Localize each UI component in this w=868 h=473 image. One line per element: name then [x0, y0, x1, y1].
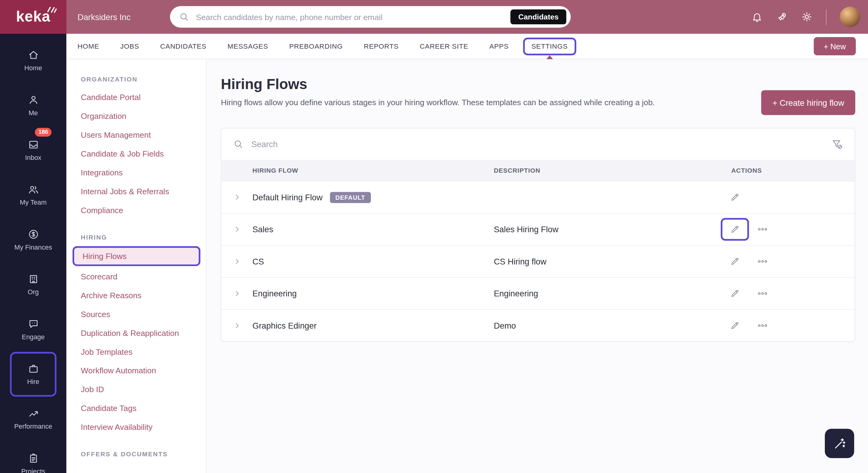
column-header-hiring-flow: HIRING FLOW	[252, 167, 494, 174]
sidebar-item-hire[interactable]: Hire	[0, 352, 66, 397]
settings-menu-item-integrations[interactable]: Integrations	[81, 163, 206, 182]
tab-label: SETTINGS	[531, 42, 568, 50]
tab-reports[interactable]: REPORTS	[353, 33, 409, 59]
sidebar-item-engage[interactable]: Engage	[0, 307, 66, 352]
tab-settings[interactable]: SETTINGS	[523, 37, 576, 55]
tab-label: MESSAGES	[227, 42, 268, 50]
keka-logo[interactable]: keka	[0, 0, 66, 34]
tab-jobs[interactable]: JOBS	[110, 33, 150, 59]
logo-text: keka	[16, 8, 51, 25]
settings-menu-item-internal-jobs-and-referrals[interactable]: Internal Jobs & Referrals	[81, 182, 206, 201]
settings-gear-icon[interactable]	[801, 11, 813, 23]
notifications-bell-icon[interactable]	[751, 11, 763, 23]
hiring-flow-name: CS	[252, 257, 264, 266]
sidebar-item-projects[interactable]: Projects	[0, 441, 66, 473]
sidebar-item-me[interactable]: Me	[0, 83, 66, 128]
edit-pencil-icon[interactable]	[721, 282, 749, 305]
sidebar-item-inbox[interactable]: 186 Inbox	[0, 128, 66, 172]
menu-section-organization: ORGANIZATION Candidate Portal Organizati…	[81, 76, 206, 219]
hiring-flow-name: Sales	[252, 225, 273, 234]
settings-menu-item-job-id[interactable]: Job ID	[81, 380, 206, 399]
settings-menu-item-organization[interactable]: Organization	[81, 107, 206, 126]
tab-preboarding[interactable]: PREBOARDING	[279, 33, 353, 59]
edit-pencil-icon[interactable]	[721, 314, 749, 337]
expand-chevron-icon[interactable]	[233, 257, 241, 265]
module-navbar: HOME JOBS CANDIDATES MESSAGES PREBOARDIN…	[66, 34, 868, 59]
settings-menu-item-sources[interactable]: Sources	[81, 305, 206, 324]
expand-chevron-icon[interactable]	[233, 289, 241, 297]
table-row: Engineering Engineering	[221, 277, 855, 310]
settings-menu-item-scorecard[interactable]: Scorecard	[81, 267, 206, 286]
menu-section-offers-and-documents: OFFERS & DOCUMENTS	[81, 451, 206, 458]
search-icon	[179, 11, 189, 22]
settings-menu-item-interview-availability[interactable]: Interview Availability	[81, 418, 206, 437]
sidebar-item-label: My Finances	[14, 244, 52, 251]
settings-menu-item-duplication-and-reapplication[interactable]: Duplication & Reapplication	[81, 324, 206, 343]
main-content: Hiring Flows Hiring flows allow you defi…	[207, 59, 868, 473]
new-button[interactable]: + New	[813, 37, 856, 55]
sidebar-item-org[interactable]: Org	[0, 262, 66, 307]
settings-menu-item-candidate-and-job-fields[interactable]: Candidate & Job Fields	[81, 145, 206, 163]
page-subtitle: Hiring flows allow you define various st…	[221, 98, 855, 107]
expand-chevron-icon[interactable]	[233, 193, 241, 201]
settings-menu-item-hiring-flows[interactable]: Hiring Flows	[73, 246, 201, 266]
more-actions-icon[interactable]	[757, 320, 768, 332]
column-header-actions: ACTIONS	[716, 167, 855, 174]
logo-spark-icon	[46, 5, 58, 13]
whats-new-rocket-icon[interactable]	[776, 11, 788, 23]
sidebar-item-label: Performance	[14, 422, 52, 430]
settings-menu-item-workflow-automation[interactable]: Workflow Automation	[81, 361, 206, 380]
tab-apps[interactable]: APPS	[479, 33, 519, 59]
hiring-flow-description: Demo	[494, 321, 716, 330]
sidebar-item-my-finances[interactable]: My Finances	[0, 217, 66, 262]
expand-chevron-icon[interactable]	[233, 321, 241, 329]
tab-label: JOBS	[120, 42, 139, 50]
team-icon	[27, 184, 39, 195]
settings-menu-item-candidate-portal[interactable]: Candidate Portal	[81, 88, 206, 107]
page-title: Hiring Flows	[221, 76, 855, 93]
sidebar-item-my-team[interactable]: My Team	[0, 173, 66, 217]
more-actions-icon[interactable]	[757, 288, 768, 299]
settings-menu-item-archive-reasons[interactable]: Archive Reasons	[81, 286, 206, 305]
hiring-flow-description: Sales Hiring Flow	[494, 225, 716, 234]
search-scope-pill[interactable]: Candidates	[510, 9, 566, 24]
tab-career-site[interactable]: CAREER SITE	[409, 33, 479, 59]
global-search[interactable]: Candidates	[170, 6, 571, 28]
default-badge: DEFAULT	[330, 192, 371, 203]
search-icon	[233, 139, 244, 150]
hiring-flow-description: Engineering	[494, 289, 716, 298]
tab-candidates[interactable]: CANDIDATES	[150, 33, 217, 59]
edit-pencil-icon[interactable]	[721, 186, 749, 209]
user-avatar[interactable]	[840, 7, 860, 27]
tab-messages[interactable]: MESSAGES	[217, 33, 279, 59]
tab-home[interactable]: HOME	[67, 33, 110, 59]
tab-label: APPS	[489, 42, 509, 50]
settings-menu-item-job-templates[interactable]: Job Templates	[81, 343, 206, 361]
flows-search-input[interactable]	[250, 139, 824, 150]
edit-pencil-icon[interactable]	[721, 218, 749, 241]
column-header-description: DESCRIPTION	[494, 167, 716, 174]
table-body: Default Hiring Flow DEFAULT Sales Sales …	[221, 181, 855, 341]
global-search-input[interactable]	[195, 12, 505, 22]
trend-icon	[27, 408, 39, 419]
tab-label: HOME	[78, 42, 99, 50]
user-icon	[27, 94, 39, 105]
more-actions-icon[interactable]	[757, 256, 768, 267]
table-row: Graphics Edinger Demo	[221, 309, 855, 341]
sidebar-item-label: Projects	[21, 468, 45, 473]
table-search-row	[221, 128, 855, 160]
inbox-icon	[27, 139, 39, 151]
expand-chevron-icon[interactable]	[233, 225, 241, 233]
ai-assistant-button[interactable]	[825, 429, 854, 458]
settings-menu-item-users-management[interactable]: Users Management	[81, 126, 206, 145]
edit-pencil-icon[interactable]	[721, 250, 749, 273]
nav-tabs: HOME JOBS CANDIDATES MESSAGES PREBOARDIN…	[67, 33, 580, 59]
sidebar-item-home[interactable]: Home	[0, 38, 66, 83]
more-actions-icon[interactable]	[757, 223, 768, 235]
clipboard-icon	[27, 453, 39, 464]
settings-menu-item-candidate-tags[interactable]: Candidate Tags	[81, 399, 206, 418]
clear-filter-icon[interactable]	[831, 138, 843, 150]
create-hiring-flow-button[interactable]: + Create hiring flow	[761, 90, 855, 115]
settings-menu-item-compliance[interactable]: Compliance	[81, 201, 206, 220]
sidebar-item-performance[interactable]: Performance	[0, 397, 66, 441]
